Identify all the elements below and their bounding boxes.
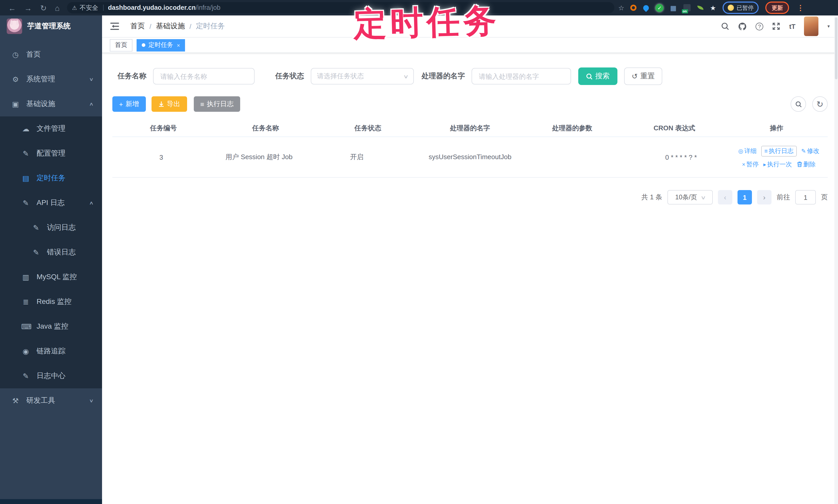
sidebar-item-dev-tools[interactable]: ⚒ 研发工具 ∨ [0,389,102,413]
github-icon[interactable] [738,22,747,31]
tab-home[interactable]: 首页 [110,39,133,51]
search-icon[interactable] [721,22,729,30]
export-button[interactable]: 导出 [151,96,187,112]
table-toolbar: + 新增 导出 ≡ 执行日志 [112,96,828,112]
help-icon[interactable]: ? [755,22,763,30]
browser-update-button[interactable]: 更新 [766,2,789,14]
goto-label: 前往 [777,193,790,202]
home-icon[interactable]: ⌂ [55,4,59,12]
detail-icon: ◎ [738,148,743,154]
sidebar-bottom-strip [0,499,102,504]
extension-on-icon[interactable]: on [683,4,690,11]
extension-drop-icon[interactable] [642,4,650,12]
database-icon: ▥ [21,273,30,281]
sidebar-item-home[interactable]: ◷ 首页 [0,42,102,67]
extension-check-icon[interactable]: ✓ [656,4,664,12]
task-name-input[interactable] [159,72,248,80]
prev-page-button[interactable]: ‹ [718,190,732,204]
action-pause[interactable]: ×暂停 [742,160,758,169]
cell-cron: 0 * * * * ? * [632,153,730,161]
extension-paused-chip[interactable]: 已暂停 [723,2,759,14]
table-tools: ↻ [790,96,828,112]
scrollbar-thumb[interactable] [835,18,837,79]
chevron-down-icon: ∨ [700,195,706,200]
tab-scheduled-task[interactable]: 定时任务 × [137,39,185,51]
toggle-search-button[interactable] [790,96,806,112]
back-icon[interactable]: ← [8,4,16,12]
sidebar-item-infra[interactable]: ▣ 基础设施 ∧ [0,92,102,116]
action-run-once[interactable]: ▸执行一次 [763,160,792,169]
breadcrumb-home[interactable]: 首页 [130,22,145,31]
sidebar-item-access-log[interactable]: ✎ 访问日志 [0,215,102,240]
goto-page-input[interactable] [795,190,816,204]
exec-log-button[interactable]: ≡ 执行日志 [193,96,240,112]
task-status-select[interactable]: 请选择任务状态 ∨ [311,68,414,85]
extension-grid-icon[interactable]: ▦ [670,4,677,11]
sidebar-item-label: Redis 监控 [37,297,71,306]
caret-down-icon[interactable]: ▾ [827,24,830,29]
action-detail[interactable]: ◎详细 [738,146,756,155]
fullscreen-icon[interactable] [772,22,780,30]
extension-donut-icon[interactable] [631,5,637,11]
font-size-icon[interactable]: tT [789,23,796,30]
sidebar-item-scheduled-task[interactable]: ▤ 定时任务 [0,166,102,191]
sidebar-item-file-manage[interactable]: ☁ 文件管理 [0,116,102,141]
list-icon: ≡ [200,100,204,108]
java-monitor-icon: ⌨ [21,322,30,331]
sidebar-item-label: 配置管理 [37,149,66,158]
handler-name-input[interactable] [478,72,565,80]
sidebar-item-trace[interactable]: ◉ 链路追踪 [0,339,102,364]
select-placeholder: 请选择任务状态 [317,72,364,81]
action-exec-log[interactable]: ≡执行日志 [761,145,797,156]
reset-button[interactable]: ↺ 重置 [624,68,662,85]
sidebar-item-label: Java 监控 [37,322,68,331]
sidebar-item-redis-monitor[interactable]: ≣ Redis 监控 [0,289,102,314]
handler-name-input-wrap [472,68,571,85]
page-size-select[interactable]: 10条/页 ∨ [667,190,713,204]
page-1-button[interactable]: 1 [737,190,752,204]
security-label[interactable]: 不安全 [80,3,98,12]
emoji-face-icon [728,5,734,11]
sidebar-item-config-manage[interactable]: ✎ 配置管理 [0,141,102,166]
sidebar-item-label: 链路追踪 [37,347,66,356]
browser-menu-icon[interactable]: ⋮ [797,4,808,12]
edit-icon: ✎ [21,149,30,158]
sidebar-item-label: 研发工具 [26,396,55,406]
url-path: /infra/job [196,4,220,11]
action-delete[interactable]: 删除 [797,160,816,169]
close-icon[interactable]: × [177,42,180,48]
chevron-down-icon: ∨ [403,73,409,79]
add-button[interactable]: + 新增 [112,96,145,112]
scrollbar[interactable] [834,15,838,504]
chevron-down-icon: ∨ [89,398,94,403]
search-button[interactable]: 搜索 [578,68,617,85]
browser-toolbar: ← → ↻ ⌂ ⚠ 不安全 dashboard.yudao.iocoder.cn… [0,0,838,15]
sidebar-item-api-log[interactable]: ✎ API 日志 ∧ [0,191,102,215]
bookmark-star-icon[interactable]: ☆ [618,4,624,12]
refresh-icon: ↻ [817,99,824,109]
page-content: 任务名称 任务状态 请选择任务状态 ∨ 处理器的名字 搜 [102,53,838,504]
sidebar-item-log-center[interactable]: ✎ 日志中心 [0,364,102,389]
url-host: dashboard.yudao.iocoder.cn [108,4,196,11]
forward-icon[interactable]: → [24,4,32,12]
refresh-table-button[interactable]: ↻ [812,96,828,112]
eye-icon: ◉ [21,347,30,355]
extension-leaf-icon[interactable] [697,6,703,10]
avatar[interactable] [804,17,819,36]
navbar-actions: ? tT ▾ [721,17,830,36]
sidebar-item-system[interactable]: ⚙ 系统管理 ∨ [0,67,102,92]
gear-icon: ⚙ [11,75,20,84]
next-page-button[interactable]: › [757,190,771,204]
action-edit[interactable]: ✎修改 [801,146,819,155]
extension-star-icon[interactable]: ★ [710,4,716,11]
breadcrumb-infra[interactable]: 基础设施 [156,22,185,31]
sidebar-item-mysql-monitor[interactable]: ▥ MySQL 监控 [0,265,102,289]
log-icon: ✎ [32,223,41,232]
app-logo[interactable]: 芋道管理系统 [0,15,102,37]
sidebar-item-error-log[interactable]: ✎ 错误日志 [0,240,102,265]
address-bar[interactable]: ⚠ 不安全 dashboard.yudao.iocoder.cn /infra/… [67,2,614,13]
reload-icon[interactable]: ↻ [40,4,47,12]
sidebar-collapse-icon[interactable] [110,23,119,30]
task-status-label: 任务状态 [275,72,304,81]
sidebar-item-java-monitor[interactable]: ⌨ Java 监控 [0,314,102,339]
